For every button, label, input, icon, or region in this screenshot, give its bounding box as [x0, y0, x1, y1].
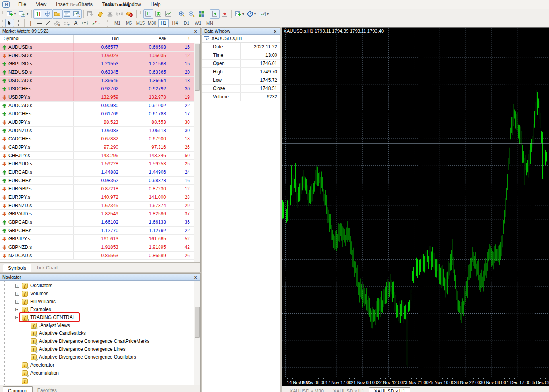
close-icon[interactable]: x: [273, 29, 278, 33]
timeframe-button[interactable]: M15: [135, 19, 146, 27]
text-tool[interactable]: A: [72, 19, 80, 27]
close-icon[interactable]: x: [193, 29, 198, 33]
fibonacci-tool[interactable]: F: [62, 19, 72, 27]
navigator-toggle[interactable]: [52, 9, 62, 19]
data-window-toggle[interactable]: [43, 9, 52, 19]
navigator-tab[interactable]: Favorites: [33, 386, 62, 392]
bar-chart-button[interactable]: [143, 9, 153, 19]
navigator-item[interactable]: f Adaptive Divergence Convergence Lines: [0, 345, 200, 353]
new-order-button[interactable]: New Order: [85, 9, 95, 19]
chart-tab[interactable]: XAUUSD.s,H1: [329, 387, 369, 392]
market-watch-row[interactable]: NZDCAD.s 0.86563 0.86589 26: [0, 252, 200, 260]
market-watch-row[interactable]: GBPCHF.s 1.12770 1.12792 22: [0, 227, 200, 235]
chart-tab[interactable]: XAUUSD.s,H1: [369, 387, 410, 392]
market-watch-row[interactable]: GBPAUD.s 1.82549 1.82586 37: [0, 210, 200, 218]
market-watch-row[interactable]: GBPCAD.s 1.66102 1.66138 36: [0, 218, 200, 227]
timeframe-button[interactable]: D1: [181, 19, 192, 27]
navigator-item[interactable]: + f Volumes: [0, 290, 200, 298]
auto-scroll-toggle[interactable]: [210, 9, 220, 19]
navigator-item[interactable]: f Accumulation: [0, 369, 200, 377]
new-chart-button[interactable]: ▾: [5, 9, 17, 19]
timeframe-button[interactable]: M1: [112, 19, 123, 27]
menu-item[interactable]: File: [14, 0, 31, 9]
tree-expand-toggle[interactable]: +: [15, 292, 19, 296]
market-watch-tab[interactable]: Tick Chart: [31, 264, 62, 272]
time-axis[interactable]: 14 Nov 202216 Nov 08:0017 Nov 17:0021 No…: [282, 378, 549, 386]
navigator-item[interactable]: + f Oscillators: [0, 282, 200, 290]
market-watch-row[interactable]: EURAUD.s 1.59228 1.59253 25: [0, 160, 200, 168]
scrollbar-thumb[interactable]: [195, 307, 200, 338]
column-header-symbol[interactable]: Symbol: [0, 35, 74, 43]
market-watch-scrollbar[interactable]: [194, 43, 200, 262]
navigator-scrollbar[interactable]: [194, 281, 200, 385]
metaeditor-button[interactable]: [95, 9, 105, 19]
close-icon[interactable]: x: [193, 275, 198, 279]
market-watch-row[interactable]: CHFJPY.s 143.296 143.346 50: [0, 152, 200, 160]
column-header-spread[interactable]: !: [170, 35, 193, 43]
signals-button[interactable]: [115, 9, 124, 19]
navigator-item[interactable]: f .Analyst Views: [0, 321, 200, 329]
menu-item[interactable]: Help: [146, 0, 166, 9]
strategy-tester-toggle[interactable]: [72, 9, 82, 19]
column-header-bid[interactable]: Bid: [74, 35, 122, 43]
market-watch-tab[interactable]: Symbols: [3, 264, 31, 272]
market-watch-row[interactable]: USDCAD.s 1.36646 1.36664 18: [0, 77, 200, 85]
terminal-toggle[interactable]: [62, 9, 72, 19]
horizontal-line-tool[interactable]: —: [35, 19, 44, 27]
toolbar-grip[interactable]: [1, 19, 4, 27]
market-watch-row[interactable]: EURCHF.s 0.98362 0.98378 16: [0, 177, 200, 185]
navigator-item[interactable]: f Adaptive Candlesticks: [0, 329, 200, 337]
periods-button[interactable]: ▾: [246, 9, 257, 19]
navigator-item[interactable]: f Adaptive Divergence Convergence Oscill…: [0, 353, 200, 361]
market-watch-row[interactable]: AUDCHF.s 0.61766 0.61783 17: [0, 110, 200, 118]
profiles-button[interactable]: ▾: [17, 9, 30, 19]
market-watch-row[interactable]: GBPUSD.s 1.21553 1.21568 15: [0, 60, 200, 68]
price-chart[interactable]: [282, 28, 549, 378]
navigator-titlebar[interactable]: Navigator x: [0, 274, 200, 281]
chart-plot[interactable]: XAUUSD.s,H1 1793.11 1794.39 1793.11 1793…: [282, 27, 549, 378]
chart-tab[interactable]: XAUUSD.s,M30: [285, 387, 329, 392]
navigator-item[interactable]: f Accelerator: [0, 361, 200, 369]
toolbar-grip[interactable]: [1, 10, 4, 17]
market-watch-row[interactable]: USDCHF.s 0.92762 0.92792 30: [0, 85, 200, 93]
zoom-out-button[interactable]: [187, 9, 197, 19]
market-watch-row[interactable]: GBPJPY.s 161.613 161.665 52: [0, 235, 200, 243]
market-watch-row[interactable]: EURJPY.s 140.972 141.000 28: [0, 193, 200, 202]
trendline-tool[interactable]: [44, 19, 52, 27]
text-label-tool[interactable]: T: [80, 19, 90, 27]
market-watch-row[interactable]: EURGBP.s 0.87218 0.87230 12: [0, 185, 200, 193]
zoom-in-button[interactable]: [177, 9, 187, 19]
templates-button[interactable]: ▾: [257, 9, 270, 19]
market-watch-titlebar[interactable]: Market Watch: 09:15:23 x: [0, 28, 200, 35]
market-watch-row[interactable]: EURCAD.s 1.44882 1.44906 24: [0, 168, 200, 177]
timeframe-button[interactable]: M5: [124, 19, 134, 27]
equidistant-channel-tool[interactable]: E: [52, 19, 62, 27]
tree-expand-toggle[interactable]: +: [15, 308, 19, 311]
market-watch-row[interactable]: EURUSD.s 1.06023 1.06035 12: [0, 52, 200, 60]
market-watch-row[interactable]: AUDUSD.s 0.66577 0.66593 16: [0, 43, 200, 52]
data-window-titlebar[interactable]: Data Window x: [202, 28, 280, 35]
toolbar-grip[interactable]: [139, 10, 142, 17]
navigator-item[interactable]: + f Bill Williams: [0, 298, 200, 306]
tile-windows-button[interactable]: [197, 9, 206, 19]
tree-expand-toggle[interactable]: +: [15, 300, 19, 304]
indicators-button[interactable]: ▾: [233, 9, 246, 19]
tree-expand-toggle[interactable]: +: [15, 284, 19, 288]
line-chart-button[interactable]: [163, 9, 173, 19]
market-watch-row[interactable]: CADJPY.s 97.290 97.316 26: [0, 143, 200, 152]
column-header-ask[interactable]: Ask: [122, 35, 170, 43]
cursor-tool[interactable]: [5, 19, 14, 27]
expert-advisors-button[interactable]: [105, 9, 115, 19]
market-watch-row[interactable]: EURNZD.s 1.67345 1.67374 29: [0, 202, 200, 210]
autotrading-button[interactable]: AutoTrading: [124, 9, 135, 19]
vertical-line-tool[interactable]: |: [26, 19, 35, 27]
timeframe-button[interactable]: W1: [193, 19, 203, 27]
market-watch-row[interactable]: GBPNZD.s 1.91853 1.91895 42: [0, 243, 200, 252]
toolbar-grip[interactable]: [106, 19, 109, 27]
tree-expand-toggle[interactable]: −: [15, 316, 19, 319]
scrollbar-thumb[interactable]: [195, 44, 200, 91]
market-watch-toggle[interactable]: [33, 9, 43, 19]
market-watch-row[interactable]: AUDNZD.s 1.05083 1.05113 30: [0, 127, 200, 135]
candlestick-chart-button[interactable]: [153, 9, 163, 19]
market-watch-row[interactable]: NZDUSD.s 0.63345 0.63365 20: [0, 68, 200, 77]
